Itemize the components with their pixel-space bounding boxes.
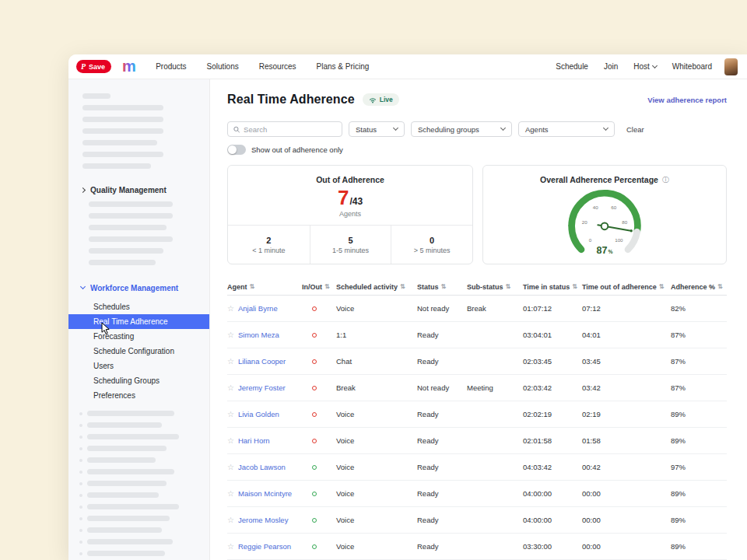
out-of-adherence-count: 7 bbox=[338, 187, 349, 208]
table-row[interactable]: ☆Livia Golden Voice Ready 02:02:19 02:19… bbox=[227, 401, 727, 428]
agent-name-link[interactable]: Jerome Mosley bbox=[238, 516, 288, 524]
column-header-time-in-status[interactable]: Time in status⇅ bbox=[523, 283, 582, 291]
star-icon[interactable]: ☆ bbox=[227, 463, 234, 471]
sidebar-item-quality-management[interactable]: Quality Management bbox=[68, 184, 209, 195]
star-icon[interactable]: ☆ bbox=[227, 489, 234, 498]
table-row[interactable]: ☆Maison Mcintyre Voice Ready 04:00:00 00… bbox=[227, 481, 727, 507]
gauge-value: 87% bbox=[597, 245, 613, 256]
sidebar-item-real-time-adherence[interactable]: Real Time Adherence bbox=[68, 314, 209, 329]
status-cell: Not ready bbox=[417, 383, 467, 392]
search-input[interactable] bbox=[244, 125, 336, 134]
pinterest-save-label: Save bbox=[89, 63, 105, 71]
info-icon[interactable]: ⓘ bbox=[662, 177, 669, 184]
clear-filters-button[interactable]: Clear bbox=[626, 125, 644, 134]
column-header-status[interactable]: Status⇅ bbox=[417, 283, 467, 291]
star-icon[interactable]: ☆ bbox=[227, 436, 234, 445]
status-cell: Ready bbox=[417, 357, 467, 366]
skeleton-line bbox=[87, 481, 167, 486]
inout-status-dot bbox=[312, 465, 317, 470]
table-row[interactable]: ☆Simon Meza 1:1 Ready 03:04:01 04:01 87% bbox=[227, 322, 727, 348]
sidebar-item-schedule-configuration[interactable]: Schedule Configuration bbox=[68, 344, 209, 359]
sidebar-item-users[interactable]: Users bbox=[68, 359, 209, 373]
agent-name-link[interactable]: Jeremy Foster bbox=[238, 383, 286, 392]
table-row[interactable]: ☆Hari Horn Voice Ready 02:01:58 01:58 89… bbox=[227, 428, 727, 454]
agent-name-link[interactable]: Reggie Pearson bbox=[238, 542, 291, 551]
adherence-breakdown: 2 < 1 minute 5 1-5 minutes 0 > 5 minutes bbox=[228, 225, 472, 264]
time-out-cell: 00:42 bbox=[582, 463, 671, 471]
chevron-right-icon bbox=[80, 187, 86, 192]
status-cell: Ready bbox=[417, 489, 467, 498]
live-badge: Live bbox=[363, 93, 399, 106]
column-header-time-out-of-adherence[interactable]: Time out of adherence⇅ bbox=[582, 283, 671, 291]
show-out-of-adherence-toggle[interactable] bbox=[227, 145, 246, 155]
column-header-scheduled-activity[interactable]: Scheduled activity⇅ bbox=[336, 283, 417, 291]
skeleton-line bbox=[87, 504, 179, 509]
table-row[interactable]: ☆Jeremy Foster Break Not ready Meeting 0… bbox=[227, 375, 727, 401]
star-icon[interactable]: ☆ bbox=[227, 383, 234, 392]
sidebar-item-forecasting[interactable]: Forecasting bbox=[68, 329, 209, 344]
column-header-inout[interactable]: In/Out⇅ bbox=[302, 283, 336, 291]
svg-text:100: 100 bbox=[615, 237, 623, 243]
sidebar-item-scheduling-groups[interactable]: Scheduling Groups bbox=[68, 373, 209, 388]
status-dropdown[interactable]: Status bbox=[349, 121, 405, 137]
table-row[interactable]: ☆Jerome Mosley Voice Ready 04:00:00 00:0… bbox=[227, 507, 727, 534]
agent-name-link[interactable]: Jacob Lawson bbox=[238, 463, 286, 471]
brand-logo[interactable]: m bbox=[121, 59, 139, 75]
chevron-down-icon bbox=[603, 125, 608, 131]
scheduled-activity-cell: Voice bbox=[336, 489, 417, 498]
nav-join[interactable]: Join bbox=[604, 62, 618, 71]
star-icon[interactable]: ☆ bbox=[227, 304, 234, 313]
status-cell: Ready bbox=[417, 463, 467, 471]
agent-name-link[interactable]: Livia Golden bbox=[238, 410, 279, 418]
adherence-cell: 87% bbox=[671, 331, 727, 339]
time-out-cell: 01:58 bbox=[582, 436, 671, 445]
skeleton-line bbox=[82, 128, 163, 134]
time-out-cell: 07:12 bbox=[582, 304, 671, 313]
status-cell: Ready bbox=[417, 516, 467, 524]
skeleton-line bbox=[82, 105, 163, 110]
agent-name-link[interactable]: Anjali Byrne bbox=[238, 304, 278, 313]
star-icon[interactable]: ☆ bbox=[227, 516, 234, 524]
agent-name-link[interactable]: Liliana Cooper bbox=[238, 357, 286, 366]
adherence-cell: 82% bbox=[671, 304, 727, 313]
agents-dropdown[interactable]: Agents bbox=[518, 121, 615, 137]
star-icon[interactable]: ☆ bbox=[227, 331, 234, 339]
table-row[interactable]: ☆Liliana Cooper Chat Ready 02:03:45 03:4… bbox=[227, 348, 727, 375]
nav-schedule[interactable]: Schedule bbox=[556, 62, 588, 71]
nav-solutions[interactable]: Solutions bbox=[207, 62, 239, 71]
star-icon[interactable]: ☆ bbox=[227, 357, 234, 366]
skeleton-line bbox=[89, 260, 156, 265]
agent-name-link[interactable]: Hari Horn bbox=[238, 436, 270, 445]
nav-products[interactable]: Products bbox=[156, 62, 186, 71]
column-header-adherence[interactable]: Adherence %⇅ bbox=[671, 283, 727, 291]
pinterest-save-button[interactable]: P Save bbox=[76, 60, 111, 73]
nav-resources[interactable]: Resources bbox=[259, 62, 296, 71]
sort-icon: ⇅ bbox=[717, 283, 723, 290]
table-row[interactable]: ☆Jacob Lawson Voice Ready 04:03:42 00:42… bbox=[227, 454, 727, 481]
sidebar-item-workforce-management[interactable]: Workforce Management bbox=[68, 282, 209, 293]
sidebar-item-preferences[interactable]: Preferences bbox=[68, 388, 209, 403]
column-header-agent[interactable]: Agent⇅ bbox=[227, 283, 302, 291]
user-avatar[interactable] bbox=[724, 58, 738, 75]
breakdown-1-5-minutes: 5 1-5 minutes bbox=[310, 226, 391, 264]
agent-name-link[interactable]: Maison Mcintyre bbox=[238, 489, 292, 498]
search-box[interactable] bbox=[227, 121, 342, 137]
sidebar-item-schedules[interactable]: Schedules bbox=[68, 299, 209, 314]
nav-plans-pricing[interactable]: Plans & Pricing bbox=[317, 62, 370, 71]
skeleton-line bbox=[87, 434, 179, 439]
view-adherence-report-link[interactable]: View adherence report bbox=[647, 96, 727, 104]
star-icon[interactable]: ☆ bbox=[227, 542, 234, 551]
agents-subtitle: Agents bbox=[228, 210, 472, 218]
svg-text:60: 60 bbox=[611, 205, 616, 210]
skeleton-line bbox=[82, 163, 151, 169]
table-row[interactable]: ☆Anjali Byrne Voice Not ready Break 01:0… bbox=[227, 296, 727, 322]
nav-host[interactable]: Host bbox=[633, 62, 657, 71]
agent-name-link[interactable]: Simon Meza bbox=[238, 331, 279, 339]
column-header-sub-status[interactable]: Sub-status⇅ bbox=[467, 283, 523, 291]
scheduling-groups-dropdown[interactable]: Scheduling groups bbox=[411, 121, 512, 137]
star-icon[interactable]: ☆ bbox=[227, 410, 234, 418]
table-row[interactable]: ☆Reggie Pearson Voice Ready 03:30:00 00:… bbox=[227, 534, 727, 560]
time-in-status-cell: 04:00:00 bbox=[523, 489, 582, 498]
nav-whiteboard[interactable]: Whiteboard bbox=[672, 62, 712, 71]
agents-table: Agent⇅ In/Out⇅ Scheduled activity⇅ Statu… bbox=[227, 278, 727, 560]
